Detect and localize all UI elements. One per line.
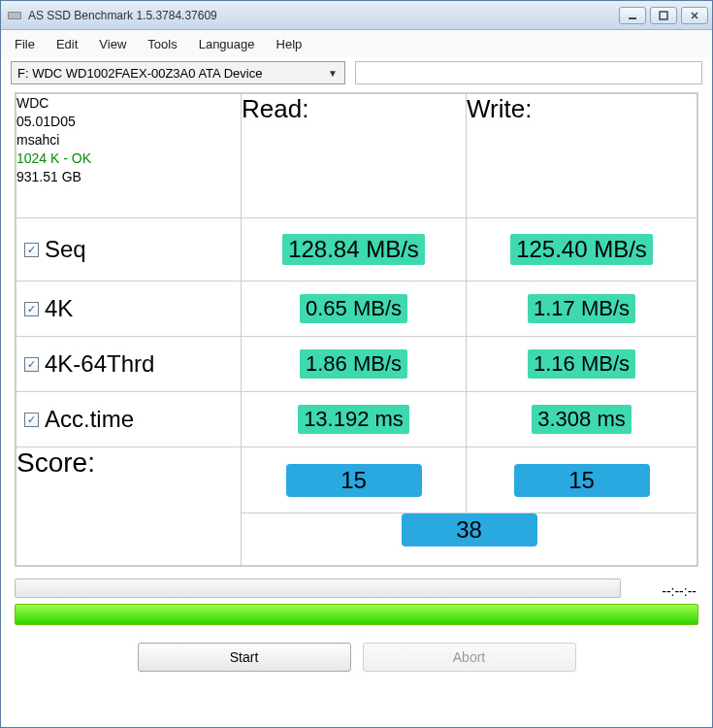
4k64-read: 1.86 MB/s bbox=[300, 349, 407, 379]
menubar: File Edit View Tools Language Help bbox=[1, 30, 712, 57]
read-header: Read: bbox=[242, 94, 467, 218]
4k-read: 0.65 MB/s bbox=[300, 294, 407, 323]
results-grid: WDC 05.01D05 msahci 1024 K - OK 931.51 G… bbox=[15, 92, 698, 567]
score-write: 15 bbox=[514, 464, 650, 497]
minimize-button[interactable] bbox=[619, 7, 646, 24]
maximize-button[interactable] bbox=[650, 7, 677, 24]
drive-select[interactable]: F: WDC WD1002FAEX-00Z3A0 ATA Device ▼ bbox=[11, 61, 345, 84]
score-label: Score: bbox=[16, 447, 242, 566]
progress-area: --:--:-- bbox=[1, 575, 712, 635]
progress-total bbox=[15, 604, 698, 625]
elapsed-time: --:--:-- bbox=[621, 583, 698, 599]
4k-label: 4K bbox=[45, 295, 73, 322]
titlebar[interactable]: AS SSD Benchmark 1.5.3784.37609 bbox=[1, 1, 712, 30]
window-buttons bbox=[619, 7, 708, 24]
4k64-label: 4K-64Thrd bbox=[45, 350, 154, 378]
svg-rect-3 bbox=[660, 12, 667, 19]
score-total: 38 bbox=[402, 513, 537, 546]
acc-label: Acc.time bbox=[45, 406, 134, 433]
acc-checkbox[interactable]: ✓ bbox=[24, 413, 39, 427]
seq-write: 125.40 MB/s bbox=[510, 234, 653, 265]
menu-file[interactable]: File bbox=[15, 37, 35, 51]
menu-tools[interactable]: Tools bbox=[147, 37, 177, 51]
drive-driver: msahci bbox=[16, 131, 241, 149]
4k-checkbox[interactable]: ✓ bbox=[24, 302, 39, 316]
4k-write: 1.17 MB/s bbox=[528, 294, 635, 323]
svg-rect-1 bbox=[9, 13, 20, 18]
drive-select-value: F: WDC WD1002FAEX-00Z3A0 ATA Device bbox=[17, 66, 325, 81]
drive-vendor: WDC bbox=[16, 94, 241, 113]
app-window: AS SSD Benchmark 1.5.3784.37609 File Edi… bbox=[0, 0, 713, 728]
acc-write: 3.308 ms bbox=[532, 405, 632, 434]
toolbar: F: WDC WD1002FAEX-00Z3A0 ATA Device ▼ bbox=[1, 57, 712, 92]
seq-label: Seq bbox=[45, 236, 86, 263]
close-button[interactable] bbox=[681, 7, 708, 24]
svg-rect-2 bbox=[629, 17, 636, 19]
write-header: Write: bbox=[467, 94, 697, 218]
menu-help[interactable]: Help bbox=[276, 37, 303, 51]
menu-language[interactable]: Language bbox=[199, 37, 255, 51]
app-icon bbox=[7, 8, 22, 23]
chevron-down-icon: ▼ bbox=[325, 68, 340, 79]
4k64-write: 1.16 MB/s bbox=[528, 349, 635, 379]
menu-view[interactable]: View bbox=[99, 37, 126, 51]
acc-read: 13.192 ms bbox=[298, 405, 409, 434]
drive-firmware: 05.01D05 bbox=[16, 113, 241, 131]
menu-edit[interactable]: Edit bbox=[56, 37, 78, 51]
button-row: Start Abort bbox=[1, 635, 712, 683]
drive-info: WDC 05.01D05 msahci 1024 K - OK 931.51 G… bbox=[16, 94, 242, 218]
drive-capacity: 931.51 GB bbox=[16, 168, 241, 186]
score-read: 15 bbox=[286, 464, 422, 497]
seq-read: 128.84 MB/s bbox=[282, 234, 425, 265]
seq-checkbox[interactable]: ✓ bbox=[24, 243, 39, 257]
search-input[interactable] bbox=[355, 61, 702, 84]
start-button[interactable]: Start bbox=[138, 643, 351, 672]
window-title: AS SSD Benchmark 1.5.3784.37609 bbox=[28, 9, 619, 22]
progress-step bbox=[15, 579, 621, 598]
4k64-checkbox[interactable]: ✓ bbox=[24, 357, 39, 372]
abort-button[interactable]: Abort bbox=[363, 643, 576, 672]
drive-alignment: 1024 K - OK bbox=[16, 149, 241, 168]
